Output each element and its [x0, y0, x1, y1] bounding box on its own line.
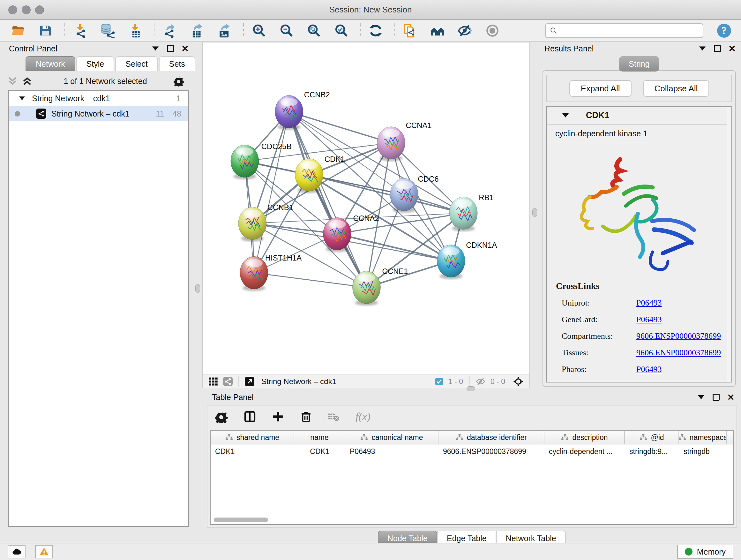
- table-options-gear-icon[interactable]: [215, 410, 228, 423]
- bottom-splitter-handle[interactable]: [467, 386, 475, 391]
- table-horizontal-scrollbar[interactable]: [214, 517, 268, 522]
- network-node[interactable]: [437, 245, 465, 279]
- crosslink-link[interactable]: P06493: [636, 298, 662, 308]
- gene-header[interactable]: CDK1: [547, 107, 731, 125]
- network-edge[interactable]: [309, 175, 464, 213]
- first-neighbors-icon[interactable]: [428, 22, 447, 39]
- new-network-from-selection-icon[interactable]: [401, 22, 419, 39]
- table-cell[interactable]: cyclin-dependent ...: [544, 447, 625, 456]
- panel-float-icon[interactable]: [714, 45, 721, 52]
- panel-close-icon[interactable]: ✕: [727, 392, 735, 402]
- network-node[interactable]: [231, 145, 259, 179]
- column-header-description[interactable]: description: [544, 431, 625, 444]
- collapse-all-button[interactable]: Collapse All: [643, 80, 710, 97]
- export-image-icon[interactable]: [215, 22, 233, 39]
- panel-float-icon[interactable]: [713, 394, 720, 401]
- open-in-new-window-icon[interactable]: [245, 377, 254, 386]
- table-cell[interactable]: P06493: [345, 447, 439, 456]
- tab-network[interactable]: Network: [25, 56, 75, 71]
- warnings-button[interactable]: [35, 545, 53, 558]
- crosslinks-title: CrossLinks: [556, 281, 731, 291]
- zoom-fit-icon[interactable]: [305, 22, 323, 39]
- export-network-icon[interactable]: [160, 22, 179, 39]
- table-cell[interactable]: stringdb:9...: [625, 447, 679, 456]
- network-edge[interactable]: [289, 112, 391, 143]
- import-network-from-database-icon[interactable]: [98, 22, 117, 39]
- refresh-view-icon[interactable]: [366, 22, 385, 39]
- export-table-icon[interactable]: [188, 22, 206, 39]
- import-table-from-file-icon[interactable]: [126, 22, 144, 39]
- expand-all-button[interactable]: Expand All: [569, 80, 631, 97]
- cloud-status-button[interactable]: [8, 545, 25, 558]
- panel-close-icon[interactable]: ✕: [182, 44, 189, 54]
- import-network-from-file-icon[interactable]: [71, 22, 89, 39]
- delete-column-icon[interactable]: [299, 410, 313, 423]
- panel-menu-icon[interactable]: [152, 46, 158, 51]
- table-row[interactable]: CDK1CDK1P064939606.ENSP00000378699cyclin…: [211, 444, 733, 458]
- crosslink-link[interactable]: P06493: [636, 365, 662, 374]
- tab-select[interactable]: Select: [115, 56, 158, 71]
- save-session-icon[interactable]: [37, 22, 55, 39]
- help-icon[interactable]: ?: [716, 23, 732, 39]
- network-node[interactable]: [390, 179, 418, 213]
- column-header-namespace[interactable]: namespace: [679, 431, 727, 444]
- network-node[interactable]: [240, 256, 268, 291]
- right-splitter-handle[interactable]: [532, 208, 537, 217]
- table-cell[interactable]: CDK1: [211, 447, 294, 456]
- column-header-canonical-name[interactable]: canonical name: [345, 431, 439, 444]
- show-columns-icon[interactable]: [243, 410, 257, 423]
- network-row-selected[interactable]: String Network – cdk1 11 48: [9, 106, 188, 121]
- zoom-selected-icon[interactable]: [332, 22, 350, 39]
- expand-all-networks-icon[interactable]: [22, 77, 32, 85]
- collection-expand-icon[interactable]: [19, 97, 25, 100]
- network-node[interactable]: [377, 127, 405, 161]
- panel-menu-icon[interactable]: [699, 46, 705, 51]
- results-scrollbar[interactable]: [727, 107, 731, 382]
- network-birds-eye-icon[interactable]: [223, 377, 232, 386]
- show-all-icon[interactable]: [483, 22, 502, 39]
- panel-close-icon[interactable]: ✕: [729, 44, 736, 54]
- fit-content-crosshair-icon[interactable]: [513, 376, 524, 387]
- search-box[interactable]: [545, 23, 703, 38]
- crosslink-link[interactable]: P06493: [636, 315, 662, 324]
- tab-string[interactable]: String: [619, 56, 659, 71]
- network-edge[interactable]: [254, 273, 367, 287]
- search-input[interactable]: [561, 26, 699, 35]
- zoom-in-icon[interactable]: [250, 22, 268, 39]
- string-network-graph[interactable]: CCNB2CCNA1CDC25BCDK1CDC6RB1CCNB1CCNA2CDK…: [203, 43, 529, 374]
- open-session-icon[interactable]: [9, 22, 27, 39]
- column-header-database-identifier[interactable]: database identifier: [439, 431, 544, 444]
- panel-menu-icon[interactable]: [698, 395, 704, 399]
- column-header--id[interactable]: @id: [625, 431, 679, 444]
- column-header-shared-name[interactable]: shared name: [211, 431, 294, 444]
- tab-style[interactable]: Style: [76, 56, 115, 71]
- panel-float-icon[interactable]: [167, 45, 174, 52]
- gene-collapse-icon[interactable]: [562, 113, 569, 118]
- node-table[interactable]: shared namenamecanonical namedatabase id…: [210, 430, 734, 525]
- network-node[interactable]: [353, 271, 381, 306]
- table-cell[interactable]: stringdb: [679, 447, 727, 456]
- function-builder-icon: f(x): [355, 411, 370, 423]
- column-header-name[interactable]: name: [294, 431, 345, 444]
- network-node[interactable]: [449, 197, 477, 232]
- crosslink-label: Pharos:: [556, 365, 636, 374]
- crosslink-link[interactable]: 9606.ENSP00000378699: [636, 331, 721, 341]
- network-view-canvas[interactable]: CCNB2CCNA1CDC25BCDK1CDC6RB1CCNB1CCNA2CDK…: [202, 42, 530, 375]
- delete-table-icon-disabled: [327, 410, 340, 423]
- network-options-gear-icon[interactable]: [174, 76, 185, 86]
- network-collection-row[interactable]: String Network – cdk1 1: [9, 91, 188, 106]
- network-node[interactable]: [275, 96, 303, 130]
- table-cell[interactable]: CDK1: [294, 447, 345, 456]
- memory-button[interactable]: Memory: [677, 545, 733, 559]
- tab-sets[interactable]: Sets: [159, 56, 195, 71]
- table-cell[interactable]: 9606.ENSP00000378699: [439, 447, 544, 456]
- grid-view-icon[interactable]: [208, 377, 218, 386]
- hide-selected-icon[interactable]: [456, 22, 474, 39]
- create-column-icon[interactable]: [271, 410, 285, 423]
- left-splitter-handle[interactable]: [195, 284, 200, 293]
- zoom-out-icon[interactable]: [277, 22, 295, 39]
- collapse-all-networks-icon[interactable]: [8, 77, 17, 85]
- selected-checkbox-icon[interactable]: [435, 377, 443, 386]
- crosslink-link[interactable]: 9606.ENSP00000378699: [636, 348, 721, 358]
- network-edge[interactable]: [337, 234, 451, 261]
